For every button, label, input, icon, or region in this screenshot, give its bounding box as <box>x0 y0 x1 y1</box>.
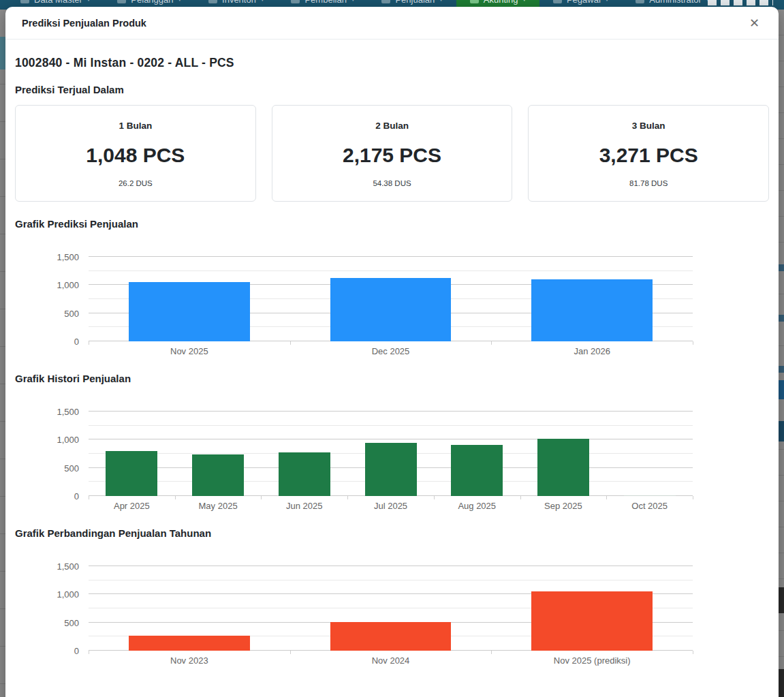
y-axis-tick-label: 500 <box>64 308 79 318</box>
bar-nov-2025-prediksi- <box>531 591 652 651</box>
x-axis-label: Nov 2024 <box>290 655 492 666</box>
x-axis-label: Nov 2025 <box>89 346 290 356</box>
module-icon <box>117 0 126 3</box>
y-axis: 05001,0001,500 <box>15 566 89 651</box>
nav-item-label: Pembelian <box>304 0 346 5</box>
bar-slot <box>520 412 607 496</box>
card-value: 3,271 PCS <box>599 144 698 167</box>
y-axis: 05001,0001,500 <box>15 257 89 341</box>
x-axis-tick <box>693 496 693 499</box>
x-axis-tick <box>175 496 176 499</box>
x-axis-tick <box>491 341 492 345</box>
prediction-card-1-month: 1 Bulan 1,048 PCS 26.2 DUS <box>15 105 256 202</box>
module-icon <box>20 0 29 3</box>
prediction-card-2-month: 2 Bulan 2,175 PCS 54.38 DUS <box>272 105 513 202</box>
prediction-card-3-month: 3 Bulan 3,271 PCS 81.78 DUS <box>528 105 769 202</box>
plot-area: Nov 2023Nov 2024Nov 2025 (prediksi) <box>89 566 693 666</box>
modal-body: 1002840 - Mi Instan - 0202 - ALL - PCS P… <box>5 40 779 666</box>
card-period: 3 Bulan <box>632 121 665 131</box>
x-axis-label: Jun 2025 <box>261 501 347 511</box>
x-axis-tick <box>261 496 262 499</box>
y-axis-tick-label: 500 <box>64 463 79 473</box>
module-icon <box>381 0 390 3</box>
y-axis-tick-label: 1,000 <box>57 280 79 290</box>
bar-slot <box>491 566 693 651</box>
yearly-comparison-chart: 05001,0001,500 Nov 2023Nov 2024Nov 2025 … <box>15 566 693 666</box>
x-axis-label: Aug 2025 <box>434 501 520 511</box>
y-axis-tick-label: 1,500 <box>57 561 79 572</box>
nav-item-label: Penjualan <box>395 0 435 5</box>
nav-item-label: Administrator <box>649 0 702 5</box>
y-axis-tick-label: 1,500 <box>57 407 79 417</box>
x-axis-tick <box>693 341 693 345</box>
background-fragment <box>778 380 784 399</box>
y-axis: 05001,0001,500 <box>15 412 89 496</box>
card-value: 2,175 PCS <box>343 144 441 167</box>
x-axis-tick <box>693 651 693 654</box>
bar-may-2025 <box>192 454 244 496</box>
card-value: 1,048 PCS <box>86 144 185 167</box>
card-subvalue: 81.78 DUS <box>629 179 668 187</box>
bar-jan-2026 <box>531 279 652 341</box>
bar-nov-2025 <box>129 282 249 341</box>
nav-item-label: Data Master <box>34 0 82 5</box>
bar-dec-2025 <box>330 278 451 341</box>
module-icon <box>470 0 479 3</box>
background-fragment <box>778 669 784 697</box>
bar-slot <box>434 412 520 496</box>
x-axis-label: Sep 2025 <box>520 501 607 511</box>
history-chart: 05001,0001,500 Apr 2025May 2025Jun 2025J… <box>15 412 693 511</box>
bar-nov-2023 <box>129 636 249 651</box>
bar-slot <box>347 412 434 496</box>
x-axis-tick <box>520 496 521 499</box>
y-axis-tick-label: 0 <box>74 337 79 347</box>
bar-slot <box>89 412 175 496</box>
plot-area: Nov 2025Dec 2025Jan 2026 <box>89 257 693 356</box>
bar-apr-2025 <box>106 451 157 496</box>
background-fragment <box>778 421 784 442</box>
module-icon <box>636 0 644 3</box>
y-axis-tick-label: 1,000 <box>57 435 79 445</box>
y-axis-tick-label: 0 <box>74 491 79 501</box>
background-fragment <box>778 587 784 613</box>
bar-oct-2025 <box>624 495 676 496</box>
x-axis-tick <box>89 496 89 499</box>
card-period: 1 Bulan <box>119 121 152 131</box>
app-logo <box>708 0 773 5</box>
y-axis-tick-label: 1,500 <box>57 252 79 262</box>
prediction-chart: 05001,0001,500 Nov 2025Dec 2025Jan 2026 <box>15 257 693 356</box>
chevron-down-icon: ▾ <box>87 0 91 3</box>
module-icon <box>208 0 217 3</box>
close-icon[interactable]: ✕ <box>747 16 762 31</box>
bar-jun-2025 <box>279 452 330 496</box>
x-axis-tick <box>290 341 291 345</box>
background-fragment <box>778 315 784 322</box>
y-axis-tick-label: 1,000 <box>57 589 79 600</box>
chevron-down-icon: ▾ <box>178 0 182 3</box>
nav-item-label: Akunting <box>484 0 518 5</box>
prediction-cards: 1 Bulan 1,048 PCS 26.2 DUS 2 Bulan 2,175… <box>15 105 769 202</box>
bar-slot <box>606 412 693 496</box>
bar-slot <box>290 257 492 341</box>
prediction-section-title: Prediksi Terjual Dalam <box>15 84 769 95</box>
nav-item-label: Pelanggan <box>131 0 173 5</box>
prediction-chart-title: Grafik Prediksi Penjualan <box>15 218 769 230</box>
x-axis-tick <box>89 651 89 654</box>
chevron-down-icon: ▾ <box>522 0 526 3</box>
bar-slot <box>491 257 693 341</box>
x-axis-label: Nov 2025 (prediksi) <box>491 655 693 666</box>
chevron-down-icon: ▾ <box>606 0 609 3</box>
yearly-comparison-chart-title: Grafik Perbandingan Penjualan Tahunan <box>15 527 769 539</box>
x-axis-label: Apr 2025 <box>89 501 175 511</box>
bar-slot <box>290 566 492 651</box>
background-left-strip <box>0 10 5 697</box>
y-axis-tick-label: 500 <box>64 617 79 628</box>
x-axis-tick <box>290 651 291 654</box>
bar-slot <box>89 257 290 341</box>
card-subvalue: 54.38 DUS <box>373 179 411 187</box>
x-axis-tick <box>89 341 89 345</box>
module-icon <box>291 0 300 3</box>
x-axis-tick <box>347 496 348 499</box>
nav-item-label: Inventori <box>222 0 256 5</box>
background-fragment <box>778 366 784 373</box>
